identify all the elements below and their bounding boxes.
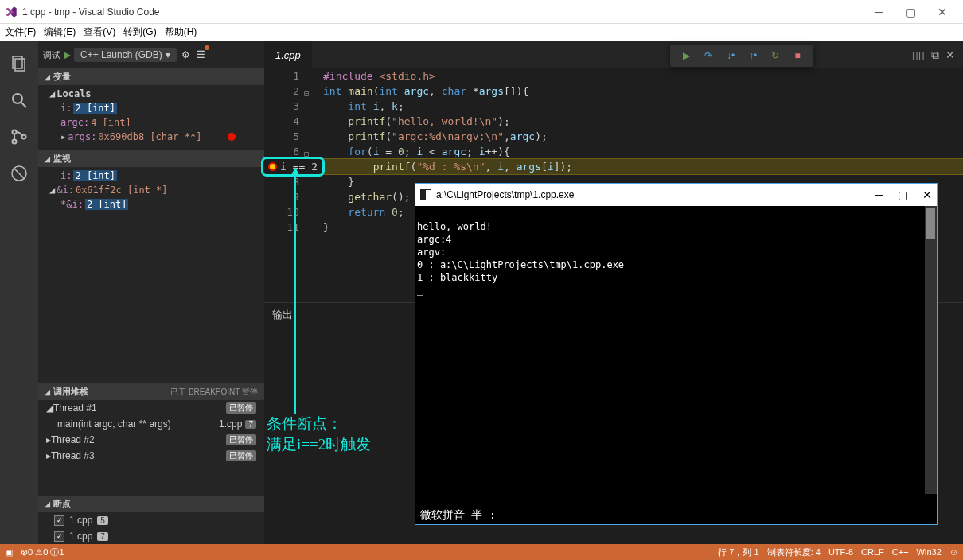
- maximize-button[interactable]: ▢: [895, 0, 926, 24]
- debug-toolbar-float[interactable]: ▶ ↷ ↓• ↑• ↻ ■: [670, 45, 813, 67]
- tab-1cpp[interactable]: 1.cpp: [264, 41, 312, 68]
- status-bar: ▣ ⊗0 ⚠0 ⓘ1 行 7，列 1 制表符长度: 4 UTF-8 CRLF C…: [0, 544, 963, 560]
- vscode-icon: [5, 6, 18, 18]
- console-scrollbar[interactable]: [925, 206, 937, 494]
- callstack-header[interactable]: ◢调用堆栈已于 BREAKPOINT 暂停: [38, 383, 264, 400]
- search-icon[interactable]: [8, 89, 30, 111]
- status-linecol[interactable]: 行 7，列 1: [718, 546, 758, 558]
- start-debug-icon[interactable]: ▶: [64, 49, 71, 60]
- step-out-icon[interactable]: ↑•: [745, 48, 761, 64]
- status-eol[interactable]: CRLF: [861, 547, 884, 557]
- menu-edit[interactable]: 编辑(E): [44, 25, 76, 39]
- svg-point-5: [13, 140, 17, 144]
- console-output[interactable]: hello, world! argc:4 argv: 0 : a:\C\Ligh…: [415, 206, 937, 507]
- breakpoints-header[interactable]: ◢断点: [38, 496, 264, 512]
- watch-deref-i[interactable]: *&i: 2 [int]: [38, 197, 264, 212]
- restart-icon[interactable]: ↻: [767, 48, 783, 64]
- frame-main[interactable]: main(int argc, char ** args)1.cpp7: [38, 416, 264, 432]
- console-icon: [420, 189, 431, 200]
- thread-2[interactable]: ▸ Thread #2已暂停: [38, 432, 264, 448]
- var-i[interactable]: i: 2 [int]: [38, 101, 264, 115]
- conditional-bp-icon: [268, 162, 277, 171]
- variables-header[interactable]: ◢变量: [38, 68, 264, 85]
- thread-3[interactable]: ▸ Thread #3已暂停: [38, 448, 264, 464]
- menu-bar: 文件(F) 编辑(E) 查看(V) 转到(G) 帮助(H): [0, 24, 963, 41]
- scm-icon[interactable]: [8, 126, 30, 148]
- debug-label: 调试: [43, 49, 60, 61]
- stop-icon[interactable]: ■: [790, 48, 805, 64]
- gear-icon[interactable]: ⚙: [180, 48, 192, 62]
- svg-line-8: [14, 168, 25, 179]
- svg-point-4: [13, 130, 17, 134]
- locals-header[interactable]: ◢ Locals: [38, 87, 264, 101]
- diff-icon[interactable]: ⧉: [931, 49, 939, 62]
- breakpoint-1[interactable]: ✓1.cpp5: [38, 512, 264, 528]
- menu-file[interactable]: 文件(F): [5, 25, 36, 39]
- tab-bar: 1.cpp ▯▯ ⧉ ✕: [264, 41, 963, 68]
- ime-status: 微软拼音 半 :: [415, 507, 937, 524]
- thread-1[interactable]: ◢ Thread #1已暂停: [38, 400, 264, 416]
- debug-sidebar: 调试 ▶ C++ Launch (GDB) ▾ ⚙ ☰ ◢变量 ◢ Locals…: [38, 41, 264, 544]
- var-argc[interactable]: argc: 4 [int]: [38, 115, 264, 130]
- explorer-icon[interactable]: [8, 52, 30, 75]
- console-titlebar[interactable]: a:\C\LightProjects\tmp\1.cpp.exe ─ ▢ ✕: [415, 184, 937, 206]
- status-problems[interactable]: ⊗0 ⚠0 ⓘ1: [21, 546, 64, 558]
- continue-icon[interactable]: ▶: [678, 48, 694, 64]
- status-window-icon[interactable]: ▣: [5, 547, 13, 558]
- close-tab-icon[interactable]: ✕: [945, 49, 955, 62]
- status-encoding[interactable]: UTF-8: [828, 547, 853, 557]
- svg-point-2: [13, 94, 22, 103]
- menu-help[interactable]: 帮助(H): [165, 25, 197, 39]
- title-bar: 1.cpp - tmp - Visual Studio Code ─ ▢ ✕: [0, 0, 963, 24]
- close-button[interactable]: ✕: [926, 0, 958, 24]
- breakpoint-dot-icon[interactable]: [228, 133, 236, 141]
- status-language[interactable]: C++: [892, 547, 909, 557]
- menu-goto[interactable]: 转到(G): [123, 25, 156, 39]
- launch-config-select[interactable]: C++ Launch (GDB) ▾: [74, 48, 177, 62]
- watch-addr-i[interactable]: ◢ &i: 0x61ff2c [int *]: [38, 183, 264, 197]
- watch-header[interactable]: ◢监视: [38, 150, 264, 167]
- activity-bar: [0, 41, 38, 544]
- menu-view[interactable]: 查看(V): [84, 25, 115, 39]
- status-feedback-icon[interactable]: ☺: [949, 547, 958, 557]
- svg-line-3: [21, 103, 26, 107]
- breakpoint-2[interactable]: ✓1.cpp7: [38, 528, 264, 544]
- annotation-text: 条件断点： 满足i==2时触发: [267, 414, 371, 455]
- status-arch[interactable]: Win32: [917, 547, 942, 557]
- watch-i[interactable]: i: 2 [int]: [38, 169, 264, 183]
- step-into-icon[interactable]: ↓•: [723, 48, 739, 64]
- annotation-arrow: [294, 175, 296, 414]
- debug-console-icon[interactable]: ☰: [195, 48, 207, 62]
- console-maximize-icon[interactable]: ▢: [898, 189, 908, 201]
- status-spaces[interactable]: 制表符长度: 4: [767, 546, 821, 558]
- step-over-icon[interactable]: ↷: [700, 48, 716, 64]
- split-editor-icon[interactable]: ▯▯: [912, 49, 925, 62]
- console-minimize-icon[interactable]: ─: [875, 189, 883, 201]
- debug-icon[interactable]: [8, 162, 30, 185]
- minimize-button[interactable]: ─: [863, 0, 895, 24]
- console-window[interactable]: a:\C\LightProjects\tmp\1.cpp.exe ─ ▢ ✕ h…: [415, 183, 938, 525]
- console-close-icon[interactable]: ✕: [922, 189, 932, 201]
- window-title: 1.cpp - tmp - Visual Studio Code: [22, 6, 863, 18]
